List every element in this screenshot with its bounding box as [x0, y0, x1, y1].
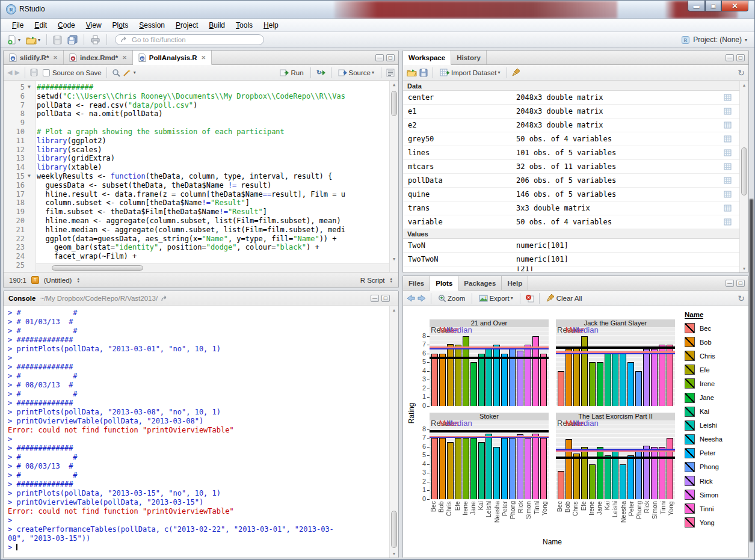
object-row-quine[interactable]: quine146 obs. of 5 variables: [403, 188, 739, 202]
view-data-icon[interactable]: [724, 177, 739, 184]
project-menu[interactable]: R Project: (None) ▾: [681, 35, 750, 45]
view-data-icon[interactable]: [724, 191, 739, 198]
save-workspace-icon[interactable]: [419, 69, 428, 77]
chunk-label[interactable]: (Untitled): [44, 277, 72, 284]
forward-icon[interactable]: ▶: [14, 69, 19, 76]
tab-workspace[interactable]: Workspace: [403, 51, 451, 65]
goto-file-function-input[interactable]: Go to file/function: [115, 34, 264, 45]
editor-horizontal-scrollbar[interactable]: [36, 263, 389, 272]
compile-notebook-icon[interactable]: [386, 69, 395, 77]
source-tab-slidify-r-[interactable]: Rslidify.R*✕: [4, 51, 64, 64]
menu-file[interactable]: File: [7, 20, 29, 31]
close-button[interactable]: ✕: [721, 1, 748, 11]
menu-tools[interactable]: Tools: [230, 20, 258, 31]
object-row-grey50[interactable]: grey5050 obs. of 4 variables: [403, 132, 739, 146]
object-row-e2[interactable]: e22048x3 double matrix: [403, 118, 739, 132]
scrollbar-thumb[interactable]: [52, 265, 143, 271]
object-row-trans[interactable]: trans3x3 double matrix: [403, 202, 739, 215]
menu-session[interactable]: Session: [134, 20, 170, 31]
view-data-icon[interactable]: [724, 122, 739, 129]
maximize-pane-icon[interactable]: ▢: [736, 280, 745, 287]
maximize-pane-icon[interactable]: ▢: [381, 295, 390, 302]
menu-edit[interactable]: Edit: [29, 20, 52, 31]
scrollbar-thumb[interactable]: [391, 91, 397, 116]
code-tools-wand-icon[interactable]: [123, 69, 131, 77]
object-row-TwoN[interactable]: TwoNnumeric[101]: [403, 239, 739, 253]
scroll-down-icon[interactable]: ▼: [740, 265, 748, 272]
previous-plot-icon[interactable]: [407, 295, 415, 302]
scroll-down-icon[interactable]: ▼: [390, 550, 398, 558]
save-button[interactable]: [51, 33, 64, 46]
tab-history[interactable]: History: [451, 51, 487, 64]
menu-project[interactable]: Project: [170, 20, 203, 31]
scrollbar-thumb[interactable]: [741, 147, 747, 195]
scroll-down-icon[interactable]: ▼: [390, 256, 398, 263]
maximize-button[interactable]: ▣: [705, 1, 721, 11]
refresh-icon[interactable]: ↻: [738, 294, 745, 303]
clear-all-button[interactable]: Clear All: [544, 292, 584, 305]
object-row-e1[interactable]: e12048x3 double matrix: [403, 105, 739, 118]
scrollbar-thumb[interactable]: [391, 511, 397, 548]
object-row-TwoTwoN[interactable]: TwoTwoNnumeric[101]: [403, 253, 739, 266]
menu-build[interactable]: Build: [203, 20, 230, 31]
close-tab-icon[interactable]: ✕: [53, 55, 58, 61]
search-icon[interactable]: [112, 69, 120, 77]
scroll-up-icon[interactable]: ▲: [740, 81, 748, 89]
view-data-icon[interactable]: [724, 163, 739, 170]
minimize-pane-icon[interactable]: —: [371, 295, 379, 302]
title-bar[interactable]: R RStudio ▬ ▣ ✕: [1, 1, 754, 19]
menu-code[interactable]: Code: [52, 20, 81, 31]
view-data-icon[interactable]: [724, 205, 739, 212]
workspace-scrollbar[interactable]: ▲ ▼: [739, 81, 748, 272]
source-on-save-checkbox[interactable]: [43, 69, 50, 76]
new-file-button[interactable]: ▾: [5, 33, 22, 46]
scroll-up-icon[interactable]: ▲: [390, 306, 398, 314]
source-tab-pollanalysis-r[interactable]: RPollAnalysis.R✕: [133, 51, 212, 65]
view-data-icon[interactable]: [724, 218, 739, 226]
clear-workspace-broom-icon[interactable]: [512, 68, 521, 77]
source-tab-index-rmd-[interactable]: ▾index.Rmd*✕: [64, 51, 133, 64]
view-data-icon[interactable]: [724, 149, 739, 156]
object-row-center[interactable]: center2048x3 double matrix: [403, 91, 739, 105]
console-output[interactable]: > # #> # 01/03/13 #> # #> #############>…: [4, 306, 389, 558]
code-editor[interactable]: 5▼#############6setwd("C:\\Users\\Chris …: [4, 81, 398, 272]
rerun-icon[interactable]: ↻: [316, 69, 326, 76]
editor-vertical-scrollbar[interactable]: ▲ ▼: [389, 81, 398, 272]
maximize-pane-icon[interactable]: ▢: [736, 54, 745, 61]
file-type-label[interactable]: R Script: [360, 277, 385, 284]
tab-help[interactable]: Help: [502, 276, 528, 290]
menu-view[interactable]: View: [81, 20, 107, 31]
view-data-icon[interactable]: [724, 108, 739, 115]
maximize-pane-icon[interactable]: ▢: [386, 54, 395, 61]
view-data-icon[interactable]: [724, 94, 739, 101]
object-row-mtcars[interactable]: mtcars32 obs. of 11 variables: [403, 160, 739, 174]
run-button[interactable]: Run: [278, 66, 305, 79]
import-dataset-button[interactable]: Import Dataset ▾: [438, 66, 502, 79]
save-all-button[interactable]: [66, 33, 79, 46]
goto-directory-icon[interactable]: [161, 295, 169, 301]
close-tab-icon[interactable]: ✕: [122, 55, 127, 61]
source-button[interactable]: Source ▾: [336, 66, 376, 79]
print-button[interactable]: [88, 33, 102, 46]
minimize-pane-icon[interactable]: —: [726, 54, 734, 61]
zoom-button[interactable]: Zoom: [436, 292, 467, 305]
minimize-pane-icon[interactable]: —: [726, 280, 734, 287]
tab-files[interactable]: Files: [403, 276, 430, 290]
save-icon[interactable]: [30, 69, 38, 76]
export-button[interactable]: Export ▾: [477, 292, 514, 305]
back-icon[interactable]: ◀: [7, 69, 12, 76]
refresh-icon[interactable]: ↻: [738, 68, 745, 78]
tab-packages[interactable]: Packages: [458, 276, 502, 290]
view-data-icon[interactable]: [724, 135, 739, 143]
object-row-variable[interactable]: variable50 obs. of 4 variables: [403, 215, 739, 229]
open-file-button[interactable]: ▾: [24, 33, 42, 46]
tab-plots[interactable]: Plots: [430, 276, 458, 291]
menu-help[interactable]: Help: [258, 20, 284, 31]
minimize-pane-icon[interactable]: —: [375, 54, 384, 61]
remove-plot-icon[interactable]: [525, 294, 534, 303]
menu-plots[interactable]: Plots: [107, 20, 134, 31]
console-scrollbar[interactable]: ▲ ▼: [389, 306, 398, 558]
scroll-up-icon[interactable]: ▲: [390, 81, 398, 89]
minimize-button[interactable]: ▬: [688, 1, 705, 11]
object-row-lines[interactable]: lines101 obs. of 5 variables: [403, 146, 739, 160]
